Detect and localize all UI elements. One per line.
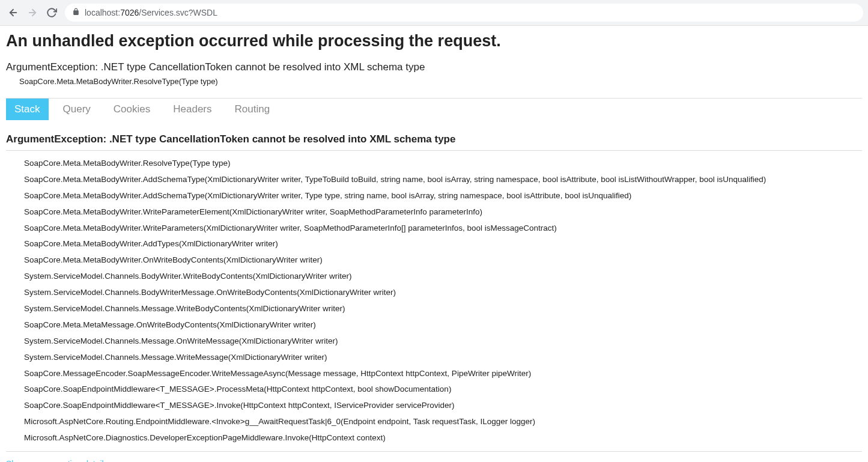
forward-button[interactable] xyxy=(26,7,38,19)
url-host-prefix: localhost: xyxy=(85,8,120,17)
stack-line[interactable]: System.ServiceModel.Channels.Message.OnW… xyxy=(6,333,862,350)
stack-line[interactable]: System.ServiceModel.Channels.Message.Wri… xyxy=(6,350,862,366)
tab-query[interactable]: Query xyxy=(55,99,99,120)
stack-line[interactable]: SoapCore.Meta.MetaBodyWriter.AddTypes(Xm… xyxy=(6,236,862,252)
tab-stack[interactable]: Stack xyxy=(6,99,49,120)
stack-line[interactable]: Microsoft.AspNetCore.Routing.EndpointMid… xyxy=(6,414,862,430)
tab-cookies[interactable]: Cookies xyxy=(105,99,159,120)
nav-buttons xyxy=(5,7,60,19)
tab-headers[interactable]: Headers xyxy=(165,99,220,120)
stack-line[interactable]: SoapCore.Meta.MetaBodyWriter.ResolveType… xyxy=(6,156,862,172)
exception-location: SoapCore.Meta.MetaBodyWriter.ResolveType… xyxy=(19,77,862,86)
stack-line[interactable]: System.ServiceModel.Channels.BodyWriter.… xyxy=(6,269,862,285)
url-port: 7026 xyxy=(120,8,139,17)
exception-heading: ArgumentException: .NET type Cancellatio… xyxy=(6,125,862,151)
page-title: An unhandled exception occurred while pr… xyxy=(6,32,862,50)
address-bar[interactable]: localhost:7026/Services.svc?WSDL xyxy=(65,4,863,22)
url-path: /Services.svc?WSDL xyxy=(139,8,217,17)
stack-line[interactable]: SoapCore.Meta.MetaBodyWriter.WriteParame… xyxy=(6,204,862,220)
tab-routing[interactable]: Routing xyxy=(226,99,279,120)
stack-line[interactable]: SoapCore.Meta.MetaBodyWriter.AddSchemaTy… xyxy=(6,172,862,188)
stack-line[interactable]: SoapCore.SoapEndpointMiddleware<T_MESSAG… xyxy=(6,381,862,398)
lock-icon xyxy=(72,8,80,17)
page-content: An unhandled exception occurred while pr… xyxy=(0,26,868,462)
stack-line[interactable]: SoapCore.Meta.MetaMessage.OnWriteBodyCon… xyxy=(6,317,862,333)
stack-line[interactable]: SoapCore.Meta.MetaBodyWriter.OnWriteBody… xyxy=(6,252,862,269)
reload-button[interactable] xyxy=(46,7,58,19)
url-text: localhost:7026/Services.svc?WSDL xyxy=(85,8,217,17)
stack-trace: SoapCore.Meta.MetaBodyWriter.ResolveType… xyxy=(6,151,862,452)
tabs: Stack Query Cookies Headers Routing xyxy=(6,99,862,120)
stack-line[interactable]: Microsoft.AspNetCore.Diagnostics.Develop… xyxy=(6,430,862,446)
stack-line[interactable]: System.ServiceModel.Channels.Message.Wri… xyxy=(6,301,862,317)
stack-line[interactable]: SoapCore.Meta.MetaBodyWriter.AddSchemaTy… xyxy=(6,188,862,204)
show-raw-details-link[interactable]: Show raw exception details xyxy=(6,452,862,462)
back-button[interactable] xyxy=(7,7,19,19)
stack-line[interactable]: SoapCore.MessageEncoder.SoapMessageEncod… xyxy=(6,366,862,382)
stack-line[interactable]: SoapCore.Meta.MetaBodyWriter.WriteParame… xyxy=(6,220,862,237)
exception-summary: ArgumentException: .NET type Cancellatio… xyxy=(6,61,862,73)
stack-line[interactable]: System.ServiceModel.Channels.BodyWriterM… xyxy=(6,285,862,301)
browser-toolbar: localhost:7026/Services.svc?WSDL xyxy=(0,0,868,26)
stack-line[interactable]: SoapCore.SoapEndpointMiddleware<T_MESSAG… xyxy=(6,398,862,414)
